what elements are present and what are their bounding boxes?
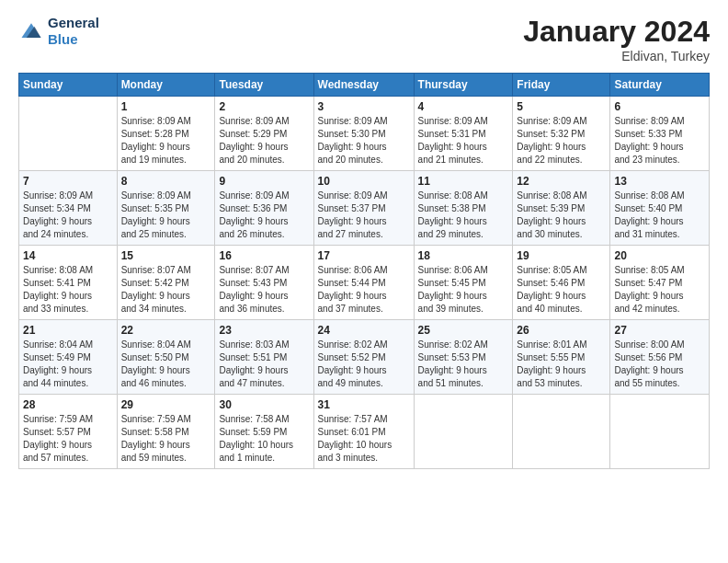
weekday-header-row: SundayMondayTuesdayWednesdayThursdayFrid… xyxy=(19,74,710,97)
day-number: 9 xyxy=(219,175,309,188)
calendar-cell: 9Sunrise: 8:09 AM Sunset: 5:36 PM Daylig… xyxy=(215,171,313,246)
weekday-header-monday: Monday xyxy=(117,74,215,97)
cell-info: Sunrise: 8:06 AM Sunset: 5:44 PM Dayligh… xyxy=(318,264,410,316)
cell-info: Sunrise: 8:08 AM Sunset: 5:41 PM Dayligh… xyxy=(23,264,113,316)
day-number: 15 xyxy=(121,249,211,262)
day-number: 21 xyxy=(23,324,113,337)
calendar-cell: 27Sunrise: 8:00 AM Sunset: 5:56 PM Dayli… xyxy=(610,320,710,395)
day-number: 17 xyxy=(318,249,410,262)
calendar-cell xyxy=(513,395,610,469)
day-number: 11 xyxy=(418,175,509,188)
calendar-cell: 14Sunrise: 8:08 AM Sunset: 5:41 PM Dayli… xyxy=(19,246,118,320)
day-number: 25 xyxy=(418,324,509,337)
day-number: 6 xyxy=(614,100,705,113)
day-number: 2 xyxy=(219,100,309,113)
calendar-week-3: 14Sunrise: 8:08 AM Sunset: 5:41 PM Dayli… xyxy=(19,246,710,320)
calendar-cell: 19Sunrise: 8:05 AM Sunset: 5:46 PM Dayli… xyxy=(513,246,610,320)
weekday-header-sunday: Sunday xyxy=(19,74,118,97)
calendar-week-1: 1Sunrise: 8:09 AM Sunset: 5:28 PM Daylig… xyxy=(19,97,710,171)
day-number: 10 xyxy=(318,175,410,188)
calendar-cell: 16Sunrise: 8:07 AM Sunset: 5:43 PM Dayli… xyxy=(215,246,313,320)
calendar-cell: 23Sunrise: 8:03 AM Sunset: 5:51 PM Dayli… xyxy=(215,320,313,395)
calendar-cell: 20Sunrise: 8:05 AM Sunset: 5:47 PM Dayli… xyxy=(610,246,710,320)
day-number: 3 xyxy=(318,100,410,113)
calendar-cell: 7Sunrise: 8:09 AM Sunset: 5:34 PM Daylig… xyxy=(19,171,118,246)
calendar-cell: 5Sunrise: 8:09 AM Sunset: 5:32 PM Daylig… xyxy=(513,97,610,171)
logo: General Blue xyxy=(18,15,99,48)
calendar-cell: 1Sunrise: 8:09 AM Sunset: 5:28 PM Daylig… xyxy=(117,97,215,171)
day-number: 24 xyxy=(318,324,410,337)
cell-info: Sunrise: 8:02 AM Sunset: 5:53 PM Dayligh… xyxy=(418,339,509,390)
day-number: 12 xyxy=(517,175,606,188)
cell-info: Sunrise: 8:07 AM Sunset: 5:42 PM Dayligh… xyxy=(121,264,211,316)
cell-info: Sunrise: 8:09 AM Sunset: 5:36 PM Dayligh… xyxy=(219,190,309,241)
cell-info: Sunrise: 7:57 AM Sunset: 6:01 PM Dayligh… xyxy=(318,413,410,465)
calendar-cell: 3Sunrise: 8:09 AM Sunset: 5:30 PM Daylig… xyxy=(313,97,414,171)
cell-info: Sunrise: 8:04 AM Sunset: 5:49 PM Dayligh… xyxy=(23,339,113,390)
calendar-cell xyxy=(610,395,710,469)
calendar-week-2: 7Sunrise: 8:09 AM Sunset: 5:34 PM Daylig… xyxy=(19,171,710,246)
calendar-cell xyxy=(19,97,118,171)
day-number: 13 xyxy=(614,175,705,188)
day-number: 20 xyxy=(614,249,705,262)
cell-info: Sunrise: 8:00 AM Sunset: 5:56 PM Dayligh… xyxy=(614,339,705,390)
weekday-header-thursday: Thursday xyxy=(414,74,513,97)
calendar-cell: 29Sunrise: 7:59 AM Sunset: 5:58 PM Dayli… xyxy=(117,395,215,469)
day-number: 30 xyxy=(219,398,309,411)
cell-info: Sunrise: 8:09 AM Sunset: 5:30 PM Dayligh… xyxy=(318,115,410,167)
header: General Blue January 2024 Eldivan, Turke… xyxy=(18,15,710,63)
cell-info: Sunrise: 8:04 AM Sunset: 5:50 PM Dayligh… xyxy=(121,339,211,390)
weekday-header-tuesday: Tuesday xyxy=(215,74,313,97)
cell-info: Sunrise: 8:01 AM Sunset: 5:55 PM Dayligh… xyxy=(517,339,606,390)
cell-info: Sunrise: 8:03 AM Sunset: 5:51 PM Dayligh… xyxy=(219,339,309,390)
calendar-cell: 2Sunrise: 8:09 AM Sunset: 5:29 PM Daylig… xyxy=(215,97,313,171)
calendar-cell: 30Sunrise: 7:58 AM Sunset: 5:59 PM Dayli… xyxy=(215,395,313,469)
cell-info: Sunrise: 8:09 AM Sunset: 5:31 PM Dayligh… xyxy=(418,115,509,167)
title-block: January 2024 Eldivan, Turkey xyxy=(523,15,710,63)
cell-info: Sunrise: 7:59 AM Sunset: 5:57 PM Dayligh… xyxy=(23,413,113,465)
day-number: 27 xyxy=(614,324,705,337)
cell-info: Sunrise: 8:08 AM Sunset: 5:38 PM Dayligh… xyxy=(418,190,509,241)
logo-icon xyxy=(18,18,44,44)
calendar-cell: 18Sunrise: 8:06 AM Sunset: 5:45 PM Dayli… xyxy=(414,246,513,320)
calendar-cell: 21Sunrise: 8:04 AM Sunset: 5:49 PM Dayli… xyxy=(19,320,118,395)
cell-info: Sunrise: 8:05 AM Sunset: 5:46 PM Dayligh… xyxy=(517,264,606,316)
cell-info: Sunrise: 8:09 AM Sunset: 5:32 PM Dayligh… xyxy=(517,115,606,167)
calendar-cell: 12Sunrise: 8:08 AM Sunset: 5:39 PM Dayli… xyxy=(513,171,610,246)
day-number: 18 xyxy=(418,249,509,262)
day-number: 28 xyxy=(23,398,113,411)
calendar-cell: 10Sunrise: 8:09 AM Sunset: 5:37 PM Dayli… xyxy=(313,171,414,246)
calendar-table: SundayMondayTuesdayWednesdayThursdayFrid… xyxy=(18,73,710,469)
day-number: 29 xyxy=(121,398,211,411)
cell-info: Sunrise: 8:06 AM Sunset: 5:45 PM Dayligh… xyxy=(418,264,509,316)
cell-info: Sunrise: 8:09 AM Sunset: 5:33 PM Dayligh… xyxy=(614,115,705,167)
cell-info: Sunrise: 8:09 AM Sunset: 5:37 PM Dayligh… xyxy=(318,190,410,241)
cell-info: Sunrise: 7:58 AM Sunset: 5:59 PM Dayligh… xyxy=(219,413,309,465)
cell-info: Sunrise: 8:09 AM Sunset: 5:28 PM Dayligh… xyxy=(121,115,211,167)
location: Eldivan, Turkey xyxy=(523,49,710,63)
calendar-week-4: 21Sunrise: 8:04 AM Sunset: 5:49 PM Dayli… xyxy=(19,320,710,395)
calendar-cell: 8Sunrise: 8:09 AM Sunset: 5:35 PM Daylig… xyxy=(117,171,215,246)
day-number: 22 xyxy=(121,324,211,337)
calendar-cell: 28Sunrise: 7:59 AM Sunset: 5:57 PM Dayli… xyxy=(19,395,118,469)
calendar-cell: 26Sunrise: 8:01 AM Sunset: 5:55 PM Dayli… xyxy=(513,320,610,395)
day-number: 14 xyxy=(23,249,113,262)
month-title: January 2024 xyxy=(523,15,710,49)
calendar-page: General Blue January 2024 Eldivan, Turke… xyxy=(0,0,728,563)
day-number: 23 xyxy=(219,324,309,337)
cell-info: Sunrise: 7:59 AM Sunset: 5:58 PM Dayligh… xyxy=(121,413,211,465)
calendar-cell: 6Sunrise: 8:09 AM Sunset: 5:33 PM Daylig… xyxy=(610,97,710,171)
day-number: 26 xyxy=(517,324,606,337)
logo-blue: Blue xyxy=(48,31,99,48)
calendar-week-5: 28Sunrise: 7:59 AM Sunset: 5:57 PM Dayli… xyxy=(19,395,710,469)
day-number: 1 xyxy=(121,100,211,113)
calendar-cell: 31Sunrise: 7:57 AM Sunset: 6:01 PM Dayli… xyxy=(313,395,414,469)
day-number: 31 xyxy=(318,398,410,411)
weekday-header-saturday: Saturday xyxy=(610,74,710,97)
cell-info: Sunrise: 8:09 AM Sunset: 5:34 PM Dayligh… xyxy=(23,190,113,241)
cell-info: Sunrise: 8:05 AM Sunset: 5:47 PM Dayligh… xyxy=(614,264,705,316)
day-number: 19 xyxy=(517,249,606,262)
calendar-cell: 22Sunrise: 8:04 AM Sunset: 5:50 PM Dayli… xyxy=(117,320,215,395)
calendar-cell: 11Sunrise: 8:08 AM Sunset: 5:38 PM Dayli… xyxy=(414,171,513,246)
cell-info: Sunrise: 8:07 AM Sunset: 5:43 PM Dayligh… xyxy=(219,264,309,316)
